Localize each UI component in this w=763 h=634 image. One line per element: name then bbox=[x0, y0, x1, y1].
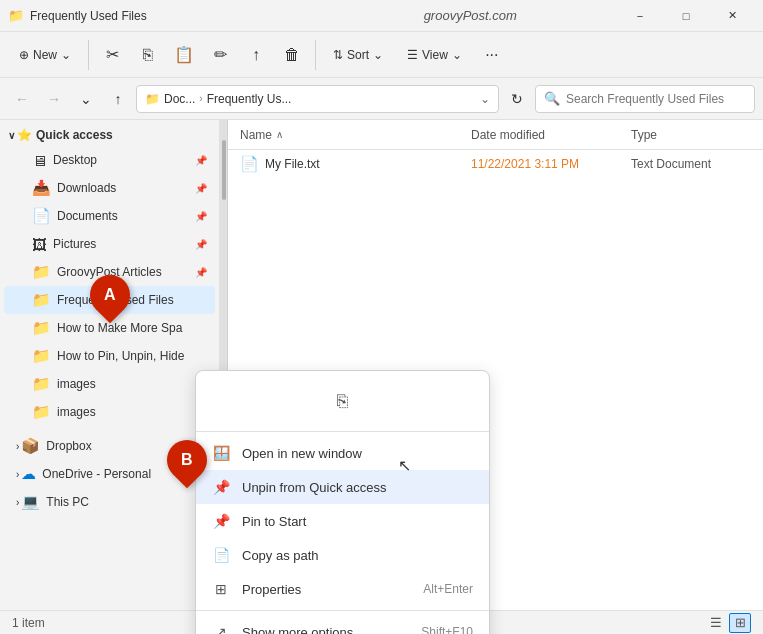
file-row-myfile[interactable]: 📄 My File.txt 11/22/2021 3:11 PM Text Do… bbox=[228, 150, 763, 178]
delete-button[interactable]: 🗑 bbox=[275, 38, 309, 72]
rename-button[interactable]: ✏ bbox=[203, 38, 237, 72]
frequently-used-label: Frequently Used Files bbox=[57, 293, 207, 307]
search-input[interactable] bbox=[566, 92, 746, 106]
quick-access-label: Quick access bbox=[36, 128, 113, 142]
pin-icon-groovypost: 📌 bbox=[195, 267, 207, 278]
window-controls: − □ ✕ bbox=[617, 0, 755, 32]
file-date-myfile: 11/22/2021 3:11 PM bbox=[471, 157, 631, 171]
pin-start-icon: 📌 bbox=[212, 513, 230, 529]
back-icon: ← bbox=[15, 91, 29, 107]
context-open-new-window[interactable]: 🪟 Open in new window bbox=[196, 436, 489, 470]
view-list-button[interactable]: ☰ bbox=[705, 613, 727, 633]
new-label: New bbox=[33, 48, 57, 62]
address-path[interactable]: 📁 Doc... › Frequently Us... ⌄ bbox=[136, 85, 499, 113]
how-to-make-label: How to Make More Spa bbox=[57, 321, 207, 335]
documents-icon: 📄 bbox=[32, 207, 51, 225]
paste-button[interactable]: 📋 bbox=[167, 38, 201, 72]
pin-icon-downloads: 📌 bbox=[195, 183, 207, 194]
view-grid-icon: ⊞ bbox=[735, 615, 746, 630]
delete-icon: 🗑 bbox=[284, 46, 300, 64]
toolbar: ⊕ New ⌄ ✂ ⎘ 📋 ✏ ↑ 🗑 ⇅ Sort ⌄ ☰ View ⌄ ··… bbox=[0, 32, 763, 78]
context-show-more[interactable]: ↗ Show more options Shift+F10 bbox=[196, 615, 489, 634]
share-button[interactable]: ↑ bbox=[239, 38, 273, 72]
pin-icon-desktop: 📌 bbox=[195, 155, 207, 166]
item-count: 1 item bbox=[12, 616, 45, 630]
forward-button[interactable]: → bbox=[40, 85, 68, 113]
sort-icon: ⇅ bbox=[333, 48, 343, 62]
pin-icon-documents: 📌 bbox=[195, 211, 207, 222]
images-2-icon: 📁 bbox=[32, 403, 51, 421]
sidebar-item-desktop[interactable]: 🖥 Desktop 📌 bbox=[4, 146, 215, 174]
quick-access-section[interactable]: ∨ ⭐ Quick access bbox=[0, 124, 219, 146]
recent-button[interactable]: ⌄ bbox=[72, 85, 100, 113]
new-button[interactable]: ⊕ New ⌄ bbox=[8, 36, 82, 74]
context-properties[interactable]: ⊞ Properties Alt+Enter bbox=[196, 572, 489, 606]
context-copy-icon: ⎘ bbox=[337, 391, 348, 412]
properties-shortcut: Alt+Enter bbox=[423, 582, 473, 596]
sidebar-item-pictures[interactable]: 🖼 Pictures 📌 bbox=[4, 230, 215, 258]
how-to-pin-label: How to Pin, Unpin, Hide bbox=[57, 349, 207, 363]
properties-label: Properties bbox=[242, 582, 411, 597]
sidebar: ∨ ⭐ Quick access 🖥 Desktop 📌 📥 Downloads… bbox=[0, 120, 220, 610]
sidebar-item-images-2[interactable]: 📁 images bbox=[4, 398, 215, 426]
close-button[interactable]: ✕ bbox=[709, 0, 755, 32]
up-button[interactable]: ↑ bbox=[104, 85, 132, 113]
unpin-icon: 📌 bbox=[212, 479, 230, 495]
context-separator-bottom bbox=[196, 610, 489, 611]
col-type-label: Type bbox=[631, 128, 657, 142]
title-bar: 📁 Frequently Used Files groovyPost.com −… bbox=[0, 0, 763, 32]
thispc-icon: 💻 bbox=[21, 493, 40, 511]
images-1-icon: 📁 bbox=[32, 375, 51, 393]
documents-label: Documents bbox=[57, 209, 195, 223]
col-name-header[interactable]: Name ∧ bbox=[240, 128, 471, 142]
frequently-used-icon: 📁 bbox=[32, 291, 51, 309]
file-icon-myfile: 📄 bbox=[240, 155, 259, 173]
path-folder-icon: 📁 bbox=[145, 92, 160, 106]
quick-access-icon: ⭐ bbox=[17, 128, 32, 142]
context-copy-path[interactable]: 📄 Copy as path bbox=[196, 538, 489, 572]
sort-label: Sort bbox=[347, 48, 369, 62]
share-icon: ↑ bbox=[252, 46, 260, 64]
sidebar-dropbox-chevron: › bbox=[16, 441, 19, 452]
window-title: Frequently Used Files bbox=[30, 9, 324, 23]
sidebar-item-images-1[interactable]: 📁 images bbox=[4, 370, 215, 398]
view-grid-button[interactable]: ⊞ bbox=[729, 613, 751, 633]
col-sort-icon: ∧ bbox=[276, 129, 283, 140]
context-pin-start[interactable]: 📌 Pin to Start bbox=[196, 504, 489, 538]
how-to-pin-icon: 📁 bbox=[32, 347, 51, 365]
sidebar-item-downloads[interactable]: 📥 Downloads 📌 bbox=[4, 174, 215, 202]
sidebar-item-thispc[interactable]: › 💻 This PC bbox=[4, 488, 215, 516]
copy-button[interactable]: ⎘ bbox=[131, 38, 165, 72]
quick-access-chevron: ∨ bbox=[8, 130, 15, 141]
view-icon: ☰ bbox=[407, 48, 418, 62]
how-to-make-icon: 📁 bbox=[32, 319, 51, 337]
show-more-shortcut: Shift+F10 bbox=[421, 625, 473, 634]
context-copy-icon-btn[interactable]: ⎘ bbox=[325, 383, 361, 419]
context-unpin-quick-access[interactable]: 📌 Unpin from Quick access bbox=[196, 470, 489, 504]
unpin-label: Unpin from Quick access bbox=[242, 480, 473, 495]
recent-icon: ⌄ bbox=[80, 91, 92, 107]
sidebar-item-documents[interactable]: 📄 Documents 📌 bbox=[4, 202, 215, 230]
show-more-label: Show more options bbox=[242, 625, 409, 635]
copy-path-label: Copy as path bbox=[242, 548, 473, 563]
more-icon: ··· bbox=[485, 46, 498, 64]
new-icon: ⊕ bbox=[19, 48, 29, 62]
context-menu: ⎘ 🪟 Open in new window 📌 Unpin from Quic… bbox=[195, 370, 490, 634]
context-separator-top bbox=[196, 431, 489, 432]
sort-button[interactable]: ⇅ Sort ⌄ bbox=[322, 36, 394, 74]
path-sep1: › bbox=[199, 93, 202, 104]
sort-chevron: ⌄ bbox=[373, 48, 383, 62]
sidebar-item-how-to-pin[interactable]: 📁 How to Pin, Unpin, Hide bbox=[4, 342, 215, 370]
view-button[interactable]: ☰ View ⌄ bbox=[396, 36, 473, 74]
cut-button[interactable]: ✂ bbox=[95, 38, 129, 72]
view-list-icon: ☰ bbox=[710, 615, 722, 630]
back-button[interactable]: ← bbox=[8, 85, 36, 113]
search-box[interactable]: 🔍 bbox=[535, 85, 755, 113]
refresh-button[interactable]: ↻ bbox=[503, 85, 531, 113]
col-type-header: Type bbox=[631, 128, 751, 142]
minimize-button[interactable]: − bbox=[617, 0, 663, 32]
col-name-label: Name bbox=[240, 128, 272, 142]
more-button[interactable]: ··· bbox=[475, 38, 509, 72]
properties-icon: ⊞ bbox=[212, 581, 230, 597]
maximize-button[interactable]: □ bbox=[663, 0, 709, 32]
